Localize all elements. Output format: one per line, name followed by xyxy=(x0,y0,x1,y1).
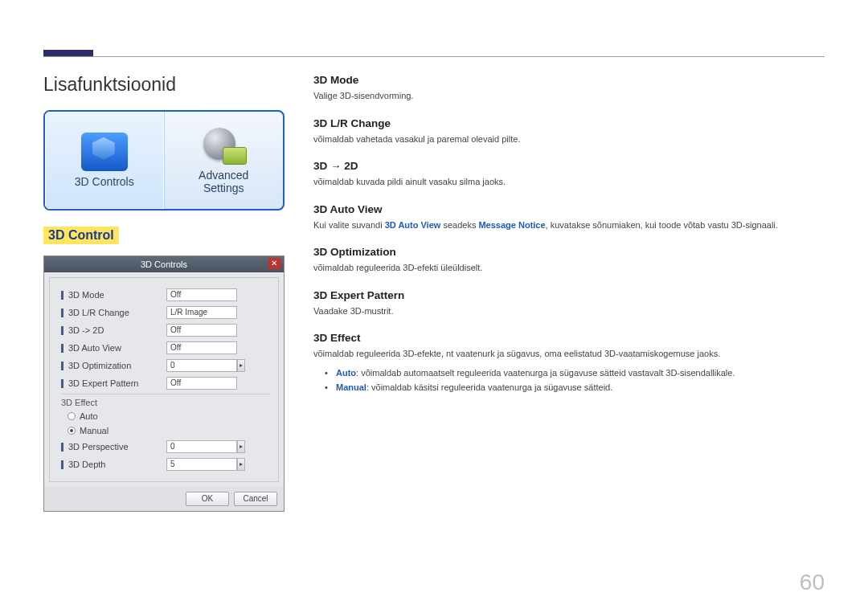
heading-optimization: 3D Optimization xyxy=(313,246,825,258)
cancel-button[interactable]: Cancel xyxy=(234,492,277,506)
list-item: Manual: võimaldab käsitsi reguleerida va… xyxy=(313,380,825,395)
page-number: 60 xyxy=(800,570,825,595)
dropdown-3d-2d[interactable]: Off xyxy=(166,324,237,337)
row-3d-mode: 3D Mode Off xyxy=(61,286,270,304)
tab-advanced-settings[interactable]: Advanced Settings xyxy=(165,112,284,209)
paragraph: võimaldab reguleerida 3D-efekti üleüldis… xyxy=(313,261,825,275)
header-rule xyxy=(43,56,825,57)
page-title: Lisafunktsioonid xyxy=(43,74,285,96)
tab-label: Advanced xyxy=(199,170,248,182)
heading-expert-pattern: 3D Expert Pattern xyxy=(313,289,825,301)
effect-section-label: 3D Effect xyxy=(61,394,270,409)
field-label: 3D Optimization xyxy=(68,361,166,370)
dropdown-3d-mode[interactable]: Off xyxy=(166,288,237,301)
radio-manual[interactable]: Manual xyxy=(61,423,270,438)
gear-icon xyxy=(200,126,247,165)
paragraph: võimaldab reguleerida 3D-efekte, nt vaat… xyxy=(313,347,825,361)
tab-label: Settings xyxy=(203,182,244,194)
tab-label: 3D Controls xyxy=(75,176,134,188)
tabs-graphic: 3D Controls Advanced Settings xyxy=(43,110,285,210)
cube-icon xyxy=(81,133,128,171)
row-auto-view: 3D Auto View Off xyxy=(61,339,270,357)
bullet-icon xyxy=(61,291,63,300)
heading-3d-effect: 3D Effect xyxy=(313,332,825,344)
field-label: 3D Mode xyxy=(68,290,166,300)
dialog-3d-controls: 3D Controls ✕ 3D Mode Off 3D L/R Change … xyxy=(43,255,285,512)
chevron-right-icon[interactable]: ▸ xyxy=(237,359,245,372)
paragraph: võimaldab kuvada pildi ainult vasaku sil… xyxy=(313,175,825,189)
bullet-icon xyxy=(61,326,63,335)
paragraph: Vaadake 3D-mustrit. xyxy=(313,304,825,318)
dropdown-lr-change[interactable]: L/R Image xyxy=(166,306,237,319)
chevron-right-icon[interactable]: ▸ xyxy=(237,440,245,453)
ok-button[interactable]: OK xyxy=(186,492,229,506)
dropdown-auto-view[interactable]: Off xyxy=(166,341,237,354)
radio-label: Manual xyxy=(80,426,108,435)
row-lr-change: 3D L/R Change L/R Image xyxy=(61,304,270,321)
bullet-icon xyxy=(61,309,63,317)
bullet-icon xyxy=(61,379,63,388)
heading-auto-view: 3D Auto View xyxy=(313,203,825,215)
heading-3d-2d: 3D → 2D xyxy=(313,160,825,172)
radio-icon xyxy=(68,427,76,435)
radio-auto[interactable]: Auto xyxy=(61,409,270,423)
dropdown-expert-pattern[interactable]: Off xyxy=(166,377,237,390)
paragraph: võimaldab vahetada vasakul ja paremal ol… xyxy=(313,133,825,146)
row-depth: 3D Depth 5▸ xyxy=(61,456,270,473)
bullet-icon xyxy=(61,443,63,452)
heading-lr-change: 3D L/R Change xyxy=(313,117,825,129)
spinner-perspective[interactable]: 0▸ xyxy=(166,440,237,453)
dialog-titlebar: 3D Controls ✕ xyxy=(44,256,284,272)
paragraph: Valige 3D-sisendvorming. xyxy=(313,89,825,103)
radio-label: Auto xyxy=(80,411,98,421)
tab-3d-controls[interactable]: 3D Controls xyxy=(45,112,165,209)
header-accent xyxy=(43,50,93,56)
row-3d-2d: 3D -> 2D Off xyxy=(61,321,270,339)
radio-icon xyxy=(68,412,76,420)
field-label: 3D Depth xyxy=(68,460,166,469)
row-optimization: 3D Optimization 0▸ xyxy=(61,357,270,374)
bullet-icon xyxy=(61,460,63,469)
field-label: 3D L/R Change xyxy=(68,308,166,317)
list-item: Auto: võimaldab automaatselt reguleerida… xyxy=(313,366,825,381)
chevron-right-icon[interactable]: ▸ xyxy=(237,458,245,471)
field-label: 3D Perspective xyxy=(68,442,166,452)
section-highlight: 3D Control xyxy=(43,227,119,244)
row-perspective: 3D Perspective 0▸ xyxy=(61,438,270,456)
field-label: 3D Expert Pattern xyxy=(68,378,166,388)
close-icon[interactable]: ✕ xyxy=(268,258,280,269)
heading-3d-mode: 3D Mode xyxy=(313,74,825,86)
paragraph: Kui valite suvandi 3D Auto View seadeks … xyxy=(313,219,825,232)
bullet-icon xyxy=(61,362,63,370)
spinner-depth[interactable]: 5▸ xyxy=(166,458,237,471)
bullet-icon xyxy=(61,344,63,353)
spinner-optimization[interactable]: 0▸ xyxy=(166,359,237,372)
field-label: 3D Auto View xyxy=(68,343,166,353)
row-expert-pattern: 3D Expert Pattern Off xyxy=(61,374,270,392)
dialog-title-text: 3D Controls xyxy=(141,260,187,269)
field-label: 3D -> 2D xyxy=(68,325,166,335)
